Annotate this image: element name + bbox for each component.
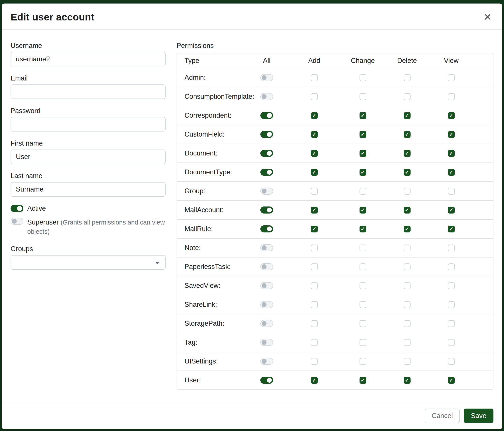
permission-change-checkbox[interactable]: ✓: [360, 112, 366, 119]
permission-change-checkbox[interactable]: [360, 339, 366, 346]
permission-add-checkbox[interactable]: [311, 93, 318, 100]
permission-delete-checkbox[interactable]: ✓: [404, 112, 411, 119]
permission-add-checkbox[interactable]: [311, 188, 318, 195]
permission-delete-checkbox[interactable]: ✓: [404, 207, 411, 214]
permission-add-checkbox[interactable]: [311, 301, 318, 308]
permission-add-checkbox[interactable]: [311, 320, 318, 327]
permission-delete-checkbox[interactable]: [404, 263, 411, 270]
permission-all-toggle[interactable]: [260, 188, 273, 195]
permission-change-checkbox[interactable]: ✓: [360, 131, 366, 138]
permission-delete-checkbox[interactable]: ✓: [404, 131, 411, 138]
password-field[interactable]: [10, 117, 166, 132]
permission-view-checkbox[interactable]: ✓: [448, 131, 455, 138]
permission-add-checkbox[interactable]: ✓: [311, 226, 318, 233]
permission-delete-checkbox[interactable]: [404, 74, 411, 81]
permission-all-toggle[interactable]: [260, 74, 273, 81]
permission-view-checkbox[interactable]: [448, 301, 455, 308]
permission-add-checkbox[interactable]: ✓: [311, 150, 318, 157]
cancel-button[interactable]: Cancel: [425, 409, 460, 423]
groups-select[interactable]: [10, 255, 166, 269]
permission-view-checkbox[interactable]: [448, 244, 455, 251]
permission-change-checkbox[interactable]: [360, 188, 366, 195]
first-name-label: First name: [10, 139, 166, 147]
permission-view-checkbox[interactable]: [448, 188, 455, 195]
close-icon[interactable]: ×: [482, 12, 493, 22]
permission-add-checkbox[interactable]: ✓: [311, 207, 318, 214]
permission-change-checkbox[interactable]: [360, 301, 366, 308]
permission-delete-checkbox[interactable]: [404, 188, 411, 195]
permission-add-checkbox[interactable]: ✓: [311, 112, 318, 119]
permission-view-checkbox[interactable]: ✓: [448, 226, 455, 233]
permission-all-toggle[interactable]: [260, 169, 273, 176]
permission-all-toggle[interactable]: [260, 358, 273, 365]
permission-delete-checkbox[interactable]: [404, 320, 411, 327]
permission-view-checkbox[interactable]: ✓: [448, 377, 455, 384]
permission-all-toggle[interactable]: [260, 282, 273, 289]
permission-add-checkbox[interactable]: ✓: [311, 169, 318, 176]
permission-change-checkbox[interactable]: ✓: [360, 150, 366, 157]
permission-change-checkbox[interactable]: [360, 263, 366, 270]
permission-all-toggle[interactable]: [260, 339, 273, 346]
permission-change-checkbox[interactable]: ✓: [360, 377, 366, 384]
permission-all-toggle[interactable]: [260, 244, 273, 251]
permission-change-checkbox[interactable]: [360, 358, 366, 365]
permission-all-toggle[interactable]: [260, 150, 273, 157]
superuser-toggle[interactable]: [10, 218, 23, 225]
permission-change-checkbox[interactable]: ✓: [360, 207, 366, 214]
permission-all-toggle[interactable]: [260, 93, 273, 100]
permission-delete-checkbox[interactable]: ✓: [404, 377, 411, 384]
permission-change-checkbox[interactable]: ✓: [360, 226, 366, 233]
permission-view-checkbox[interactable]: [448, 282, 455, 289]
permission-add-checkbox[interactable]: [311, 358, 318, 365]
last-name-field[interactable]: [10, 182, 166, 197]
username-input[interactable]: [10, 52, 166, 66]
toggle-knob: [262, 245, 267, 250]
permission-change-checkbox[interactable]: [360, 74, 366, 81]
permission-all-toggle[interactable]: [260, 207, 273, 214]
first-name-field[interactable]: [10, 150, 166, 164]
permission-view-checkbox[interactable]: ✓: [448, 150, 455, 157]
permission-view-checkbox[interactable]: [448, 339, 455, 346]
permission-view-checkbox[interactable]: ✓: [448, 112, 455, 119]
permission-view-checkbox[interactable]: [448, 358, 455, 365]
permission-change-checkbox[interactable]: [360, 282, 366, 289]
permission-row: Admin:: [177, 68, 493, 87]
permission-delete-checkbox[interactable]: [404, 282, 411, 289]
permission-type-label: MailRule:: [177, 225, 243, 233]
permission-add-checkbox[interactable]: [311, 339, 318, 346]
permission-delete-checkbox[interactable]: [404, 358, 411, 365]
permission-all-toggle[interactable]: [260, 320, 273, 327]
permission-delete-checkbox[interactable]: [404, 301, 411, 308]
permission-all-toggle[interactable]: [260, 112, 273, 119]
permission-view-checkbox[interactable]: [448, 93, 455, 100]
permission-all-toggle[interactable]: [260, 225, 273, 233]
permission-delete-checkbox[interactable]: [404, 93, 411, 100]
permission-all-toggle[interactable]: [260, 131, 273, 138]
permission-add-checkbox[interactable]: [311, 263, 318, 270]
permission-view-checkbox[interactable]: [448, 263, 455, 270]
permission-add-checkbox[interactable]: [311, 74, 318, 81]
permission-all-toggle[interactable]: [260, 263, 273, 270]
permission-change-checkbox[interactable]: [360, 320, 366, 327]
permission-delete-checkbox[interactable]: ✓: [404, 169, 411, 176]
permission-view-checkbox[interactable]: ✓: [448, 169, 455, 176]
permission-view-checkbox[interactable]: ✓: [448, 207, 455, 214]
permission-change-checkbox[interactable]: ✓: [360, 169, 366, 176]
permission-add-checkbox[interactable]: [311, 244, 318, 251]
permission-delete-checkbox[interactable]: [404, 339, 411, 346]
email-field[interactable]: [10, 84, 166, 99]
permission-change-checkbox[interactable]: [360, 93, 366, 100]
permission-delete-checkbox[interactable]: ✓: [404, 226, 411, 233]
permission-delete-checkbox[interactable]: ✓: [404, 150, 411, 157]
permission-add-checkbox[interactable]: [311, 282, 318, 289]
permission-change-checkbox[interactable]: [360, 244, 366, 251]
permission-all-toggle[interactable]: [260, 377, 273, 384]
permission-all-toggle[interactable]: [260, 301, 273, 308]
permission-add-checkbox[interactable]: ✓: [311, 131, 318, 138]
permission-view-checkbox[interactable]: [448, 74, 455, 81]
active-toggle[interactable]: [10, 205, 23, 212]
permission-delete-checkbox[interactable]: [404, 244, 411, 251]
permission-add-checkbox[interactable]: ✓: [311, 377, 318, 384]
permission-view-checkbox[interactable]: [448, 320, 455, 327]
save-button[interactable]: Save: [464, 409, 494, 423]
